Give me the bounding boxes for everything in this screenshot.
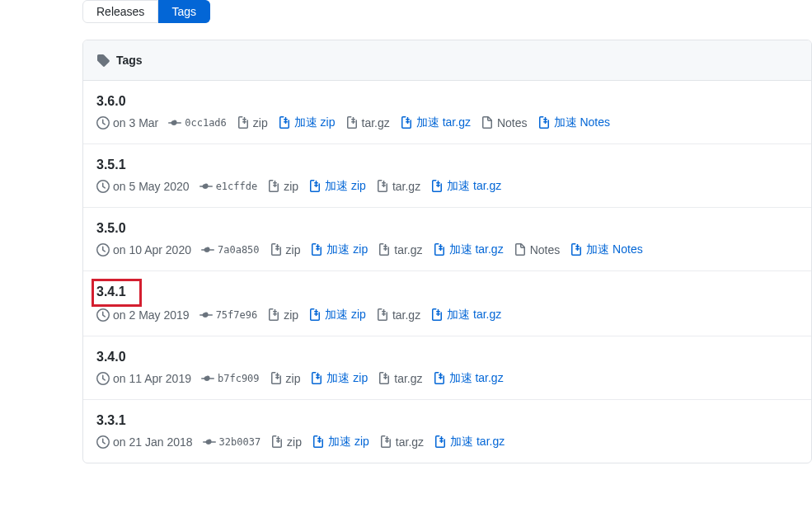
- zip-label: zip: [287, 435, 302, 449]
- notes-accel-item[interactable]: 加速 Notes: [570, 242, 642, 257]
- date-text: on 11 Apr 2019: [113, 372, 191, 385]
- notes-item[interactable]: Notes: [481, 116, 528, 129]
- zip-accel-label: 加速 zip: [328, 435, 369, 449]
- date-item: on 2 May 2019: [96, 308, 190, 322]
- clock-icon: [96, 116, 110, 129]
- notes-accel-label: 加速 Notes: [586, 242, 642, 257]
- tags-panel: Tags 3.6.0 on 3 Mar 0cc1ad6 zip: [82, 40, 812, 463]
- notes-accel-label: 加速 Notes: [554, 115, 610, 130]
- date-text: on 21 Jan 2018: [113, 435, 193, 449]
- tag-version[interactable]: 3.5.1: [96, 158, 126, 172]
- clock-icon: [96, 372, 110, 385]
- zip-accel-item[interactable]: 加速 zip: [310, 371, 368, 386]
- targz-accel-item[interactable]: 加速 tar.gz: [430, 308, 501, 322]
- notes-item[interactable]: Notes: [514, 243, 561, 256]
- file-zip-icon: [267, 308, 280, 322]
- file-zip-icon: [270, 243, 283, 256]
- commit-item[interactable]: e1cffde: [199, 180, 258, 193]
- commit-hash: 75f7e96: [216, 309, 258, 321]
- targz-label: tar.gz: [392, 180, 420, 193]
- commit-item[interactable]: 32b0037: [203, 435, 261, 449]
- targz-label: tar.gz: [396, 435, 424, 449]
- commit-item[interactable]: 75f7e96: [199, 308, 258, 322]
- targz-accel-label: 加速 tar.gz: [447, 308, 501, 322]
- targz-accel-label: 加速 tar.gz: [449, 371, 504, 386]
- clock-icon: [96, 243, 110, 256]
- targz-item[interactable]: tar.gz: [376, 180, 420, 193]
- targz-item[interactable]: tar.gz: [379, 435, 424, 449]
- zip-item[interactable]: zip: [267, 308, 298, 322]
- commit-item[interactable]: b7fc909: [201, 372, 260, 385]
- commit-icon: [201, 372, 214, 385]
- tag-meta: on 3 Mar 0cc1ad6 zip 加速 zip: [96, 115, 798, 130]
- file-zip-icon: [310, 372, 323, 385]
- file-icon: [481, 116, 494, 129]
- targz-accel-label: 加速 tar.gz: [447, 179, 501, 194]
- targz-accel-item[interactable]: 加速 tar.gz: [400, 115, 471, 130]
- date-text: on 2 May 2019: [113, 308, 190, 322]
- tag-meta: on 2 May 2019 75f7e96 zip 加速 zip: [96, 308, 798, 322]
- tab-releases[interactable]: Releases: [82, 0, 158, 23]
- date-text: on 5 May 2020: [113, 180, 190, 193]
- targz-accel-item[interactable]: 加速 tar.gz: [434, 435, 505, 449]
- targz-accel-item[interactable]: 加速 tar.gz: [433, 242, 504, 257]
- targz-item[interactable]: tar.gz: [378, 372, 422, 385]
- zip-item[interactable]: zip: [267, 180, 298, 193]
- zip-accel-label: 加速 zip: [325, 308, 366, 322]
- tag-version[interactable]: 3.6.0: [96, 94, 126, 109]
- targz-label: tar.gz: [362, 116, 390, 129]
- targz-item[interactable]: tar.gz: [378, 243, 422, 256]
- zip-accel-item[interactable]: 加速 zip: [308, 308, 366, 322]
- tag-version[interactable]: 3.5.0: [96, 221, 126, 236]
- commit-item[interactable]: 0cc1ad6: [168, 116, 227, 129]
- zip-item[interactable]: zip: [270, 372, 301, 385]
- notes-accel-item[interactable]: 加速 Notes: [537, 115, 610, 130]
- zip-accel-label: 加速 zip: [326, 242, 368, 257]
- zip-accel-label: 加速 zip: [294, 115, 336, 130]
- tag-version[interactable]: 3.3.1: [96, 413, 126, 428]
- tag-row: 3.5.0 on 10 Apr 2020 7a0a850 zip: [83, 208, 811, 271]
- file-zip-icon: [570, 243, 583, 256]
- file-zip-icon: [312, 435, 325, 449]
- targz-accel-label: 加速 tar.gz: [450, 435, 505, 449]
- notes-label: Notes: [530, 243, 561, 256]
- date-item: on 5 May 2020: [96, 180, 190, 193]
- commit-item[interactable]: 7a0a850: [201, 243, 260, 256]
- file-zip-icon: [376, 180, 389, 193]
- targz-accel-item[interactable]: 加速 tar.gz: [430, 179, 501, 194]
- file-zip-icon: [433, 243, 446, 256]
- file-zip-icon: [308, 180, 322, 193]
- date-item: on 10 Apr 2020: [96, 243, 191, 256]
- targz-label: tar.gz: [394, 372, 422, 385]
- file-zip-icon: [537, 116, 551, 129]
- file-icon: [514, 243, 527, 256]
- zip-item[interactable]: zip: [270, 435, 302, 449]
- nav-tabs: Releases Tags: [82, 0, 812, 23]
- zip-accel-item[interactable]: 加速 zip: [308, 179, 366, 194]
- zip-accel-label: 加速 zip: [326, 371, 368, 386]
- zip-label: zip: [284, 308, 298, 322]
- zip-item[interactable]: zip: [237, 116, 268, 129]
- tag-version[interactable]: 3.4.1: [92, 279, 142, 307]
- zip-item[interactable]: zip: [270, 243, 301, 256]
- file-zip-icon: [308, 308, 322, 322]
- commit-hash: 32b0037: [219, 436, 261, 448]
- tag-version[interactable]: 3.4.0: [96, 350, 126, 365]
- file-zip-icon: [378, 243, 391, 256]
- commit-hash: 0cc1ad6: [185, 117, 227, 129]
- zip-label: zip: [286, 372, 301, 385]
- targz-item[interactable]: tar.gz: [345, 116, 390, 129]
- tab-tags[interactable]: Tags: [158, 0, 210, 23]
- targz-item[interactable]: tar.gz: [376, 308, 420, 322]
- file-zip-icon: [310, 243, 323, 256]
- file-zip-icon: [433, 372, 446, 385]
- tag-row: 3.4.0 on 11 Apr 2019 b7fc909 zip: [83, 336, 811, 400]
- commit-hash: e1cffde: [216, 181, 258, 192]
- targz-accel-item[interactable]: 加速 tar.gz: [433, 371, 504, 386]
- zip-accel-item[interactable]: 加速 zip: [278, 115, 336, 130]
- clock-icon: [96, 308, 110, 322]
- zip-accel-item[interactable]: 加速 zip: [310, 242, 368, 257]
- zip-accel-item[interactable]: 加速 zip: [312, 435, 369, 449]
- targz-label: tar.gz: [392, 308, 420, 322]
- zip-label: zip: [286, 243, 301, 256]
